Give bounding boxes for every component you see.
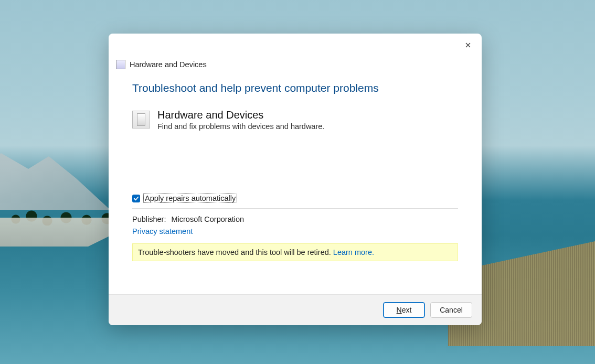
dialog-header: Hardware and Devices <box>109 34 482 69</box>
hardware-small-icon <box>116 60 125 69</box>
dialog-title: Hardware and Devices <box>130 60 207 69</box>
dialog-body: Troubleshoot and help prevent computer p… <box>109 69 482 294</box>
next-accelerator: N <box>397 306 402 314</box>
publisher-value: Microsoft Corporation <box>171 215 244 223</box>
privacy-statement-link[interactable]: Privacy statement <box>132 227 193 235</box>
notice-text: Trouble-shooters have moved and this too… <box>138 248 333 256</box>
auto-repair-checkbox[interactable] <box>132 195 140 202</box>
item-title: Hardware and Devices <box>157 109 324 121</box>
publisher-label: Publisher: <box>132 215 166 223</box>
item-description: Find and fix problems with devices and h… <box>157 122 324 131</box>
next-suffix: ext <box>402 306 412 314</box>
checkmark-icon <box>133 196 139 201</box>
close-button[interactable] <box>460 38 476 52</box>
dialog-footer: Next Cancel <box>109 294 482 325</box>
next-button[interactable]: Next <box>383 302 425 318</box>
auto-repair-label-focus: Apply repairs automatically <box>143 194 237 203</box>
troubleshooter-item: Hardware and Devices Find and fix proble… <box>132 109 458 131</box>
close-icon <box>465 42 471 48</box>
hardware-icon <box>132 111 150 129</box>
troubleshooter-dialog: Hardware and Devices Troubleshoot and he… <box>109 34 482 325</box>
learn-more-link[interactable]: Learn more. <box>333 248 374 256</box>
publisher-row: Publisher:Microsoft Corporation <box>132 215 458 223</box>
retirement-notice: Trouble-shooters have moved and this too… <box>132 243 458 261</box>
auto-repair-row[interactable]: Apply repairs automatically <box>132 194 458 203</box>
auto-repair-label: Apply repairs automatically <box>145 194 236 202</box>
page-title: Troubleshoot and help prevent computer p… <box>132 82 458 94</box>
desktop-background: Hardware and Devices Troubleshoot and he… <box>0 0 595 364</box>
spacer <box>132 136 458 194</box>
cancel-button[interactable]: Cancel <box>430 302 472 318</box>
divider <box>132 208 458 209</box>
